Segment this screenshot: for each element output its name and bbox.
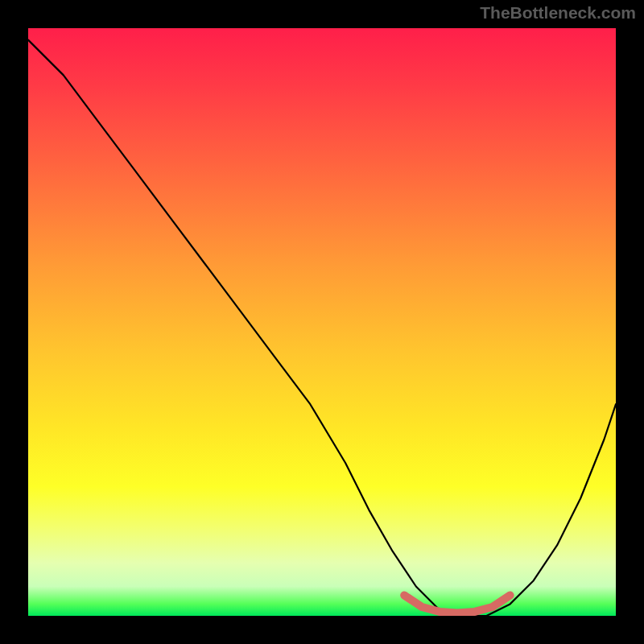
bottleneck-curve xyxy=(28,40,616,616)
flat-bottom-highlight xyxy=(404,596,510,613)
plot-area xyxy=(28,28,616,616)
curve-layer xyxy=(28,28,616,616)
chart-frame: TheBottleneck.com xyxy=(0,0,644,644)
attribution-text: TheBottleneck.com xyxy=(480,3,636,23)
